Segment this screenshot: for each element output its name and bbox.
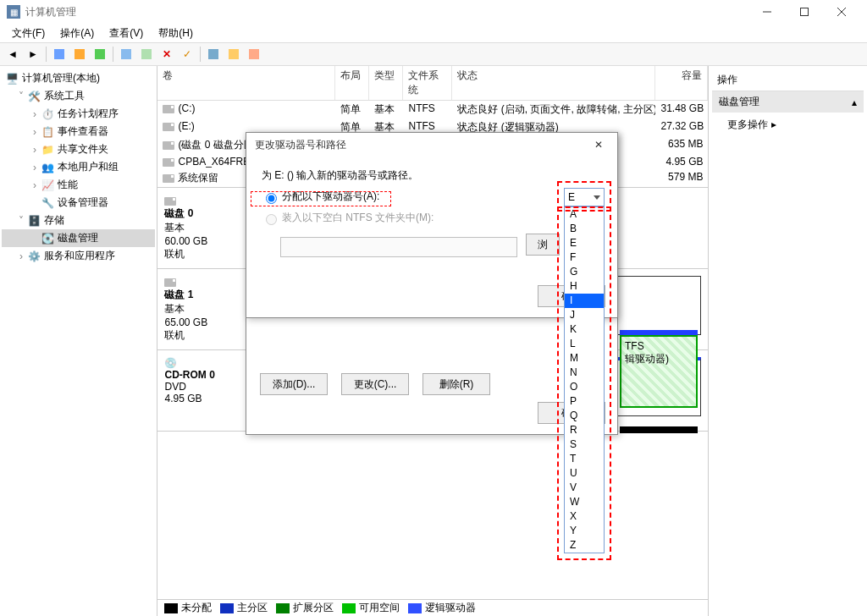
check-icon[interactable]: ✓ (178, 45, 196, 63)
partition-fs: TFS (625, 340, 693, 352)
close-button[interactable] (823, 0, 860, 24)
drive-letter-option[interactable]: H (565, 279, 604, 294)
tree-localusers[interactable]: ›👥本地用户和组 (2, 158, 155, 176)
drive-letter-option[interactable]: W (565, 495, 604, 509)
drive-letter-option[interactable]: K (565, 322, 604, 337)
toolbar-icon[interactable] (204, 45, 223, 63)
maximize-button[interactable] (786, 0, 823, 24)
legend-primary: 主分区 (237, 602, 268, 613)
col-volume[interactable]: 卷 (157, 66, 335, 100)
drive-letter-option[interactable]: N (565, 366, 604, 380)
toolbar-icon[interactable] (245, 45, 263, 63)
col-layout[interactable]: 布局 (335, 66, 369, 100)
volume-icon (163, 158, 174, 167)
forward-icon[interactable]: ► (24, 45, 42, 63)
tree-label: 本地用户和组 (58, 160, 119, 174)
close-icon[interactable]: ✕ (588, 135, 609, 155)
tree-shared[interactable]: ›📁共享文件夹 (2, 140, 155, 158)
drive-letter-option[interactable]: V (565, 481, 604, 495)
drive-letter-option[interactable]: J (565, 308, 604, 322)
drive-letter-option[interactable]: A (565, 207, 604, 222)
tree-perf[interactable]: ›📈性能 (2, 176, 155, 194)
add-button[interactable]: 添加(D)... (260, 373, 328, 395)
chevron-right-icon: ▸ (771, 118, 776, 130)
drive-letter-option[interactable]: O (565, 380, 604, 394)
users-icon: 👥 (41, 161, 54, 174)
app-icon: ▦ (7, 5, 20, 19)
drive-letter-option[interactable]: E (565, 236, 604, 250)
radio-mount-input (266, 214, 277, 225)
tree-systools[interactable]: ˅🛠️系统工具 (2, 87, 155, 105)
menu-file[interactable]: 文件(F) (5, 25, 52, 42)
toolbar-icon[interactable] (50, 45, 69, 63)
col-capacity[interactable]: 容量 (655, 66, 708, 100)
col-status[interactable]: 状态 (452, 66, 655, 100)
tree-label: 性能 (58, 178, 78, 192)
drive-letter-option[interactable]: X (565, 509, 604, 524)
toolbar-icon[interactable] (137, 45, 156, 63)
disk-icon: 💽 (41, 232, 54, 245)
col-fs[interactable]: 文件系统 (403, 66, 452, 100)
tree-root[interactable]: 🖥️计算机管理(本地) (2, 69, 155, 87)
partition-e-box[interactable]: TFS 辑驱动器) (620, 335, 698, 408)
tree-eventvwr[interactable]: ›📋事件查看器 (2, 123, 155, 140)
drive-letter-dropdown[interactable]: ABEFGHIJKLMNOPQRSTUVWXYZ (564, 206, 605, 553)
menu-action[interactable]: 操作(A) (53, 25, 101, 42)
toolbar-icon[interactable] (117, 45, 135, 63)
drive-letter-option[interactable]: L (565, 337, 604, 351)
minimize-button[interactable] (748, 0, 786, 24)
dialog-assign-drive-letter: 更改驱动器号和路径 ✕ 为 E: () 输入新的驱动器号或路径。 分配以下驱动器… (246, 132, 618, 318)
change-button[interactable]: 更改(C)... (341, 373, 409, 395)
title-bar: ▦ 计算机管理 (0, 0, 867, 24)
menu-help[interactable]: 帮助(H) (152, 25, 200, 42)
legend-free: 可用空间 (359, 602, 400, 613)
disk-icon (164, 278, 176, 287)
drive-letter-select[interactable]: E (564, 188, 605, 206)
radio-mount-folder[interactable]: 装入以下空白 NTFS 文件夹中(M): (262, 211, 602, 225)
tree-devmgr[interactable]: 🔧设备管理器 (2, 194, 155, 212)
radio-assign-input[interactable] (266, 193, 277, 204)
actions-section-label: 磁盘管理 (719, 95, 759, 109)
drive-letter-option[interactable]: B (565, 222, 604, 236)
drive-letter-option[interactable]: T (565, 452, 604, 466)
drive-letter-value: E (568, 191, 575, 203)
svg-rect-1 (801, 8, 809, 16)
toolbar-icon[interactable] (91, 45, 109, 63)
volume-row[interactable]: (C:)简单基本NTFS状态良好 (启动, 页面文件, 故障转储, 主分区)31… (157, 101, 708, 118)
drive-letter-option[interactable]: S (565, 437, 604, 452)
drive-letter-option[interactable]: P (565, 394, 604, 409)
tree-services[interactable]: ›⚙️服务和应用程序 (2, 247, 155, 265)
radio-assign-label: 分配以下驱动器号(A): (282, 190, 379, 204)
volume-list-header: 卷 布局 类型 文件系统 状态 容量 (157, 66, 708, 101)
navigation-tree: 🖥️计算机管理(本地) ˅🛠️系统工具 ›⏱️任务计划程序 ›📋事件查看器 ›📁… (0, 66, 157, 616)
drive-letter-option[interactable]: Z (565, 538, 604, 553)
drive-letter-option[interactable]: F (565, 250, 604, 265)
clock-icon: ⏱️ (41, 107, 54, 121)
menu-view[interactable]: 查看(V) (102, 25, 150, 42)
drive-letter-option[interactable]: G (565, 265, 604, 279)
toolbar-icon[interactable] (70, 45, 89, 63)
radio-assign-letter[interactable]: 分配以下驱动器号(A): (262, 190, 602, 204)
tree-storage[interactable]: ˅🗄️存储 (2, 212, 155, 229)
actions-section[interactable]: 磁盘管理▴ (712, 91, 864, 113)
tree-diskmgmt[interactable]: 💽磁盘管理 (2, 229, 155, 247)
delete-icon[interactable]: ✕ (157, 45, 176, 63)
drive-letter-option[interactable]: U (565, 466, 604, 481)
browse-button[interactable]: 浏 (526, 234, 560, 256)
remove-button[interactable]: 删除(R) (422, 373, 490, 395)
drive-letter-option[interactable]: I (565, 294, 604, 308)
drive-letter-option[interactable]: Q (565, 409, 604, 423)
drive-letter-option[interactable]: Y (565, 524, 604, 538)
actions-header: 操作 (712, 69, 864, 91)
computer-icon: 🖥️ (5, 72, 19, 85)
tree-label: 计算机管理(本地) (22, 71, 100, 85)
toolbar-icon[interactable] (224, 45, 243, 63)
tree-tasksched[interactable]: ›⏱️任务计划程序 (2, 105, 155, 123)
actions-more[interactable]: 更多操作 ▸ (712, 113, 864, 137)
col-type[interactable]: 类型 (369, 66, 403, 100)
drive-letter-option[interactable]: R (565, 423, 604, 437)
drive-letter-option[interactable]: M (565, 351, 604, 366)
toolbar: ◄ ► ✕ ✓ (0, 42, 867, 66)
dialog-title-bar[interactable]: 更改驱动器号和路径 ✕ (246, 133, 617, 157)
back-icon[interactable]: ◄ (3, 45, 22, 63)
